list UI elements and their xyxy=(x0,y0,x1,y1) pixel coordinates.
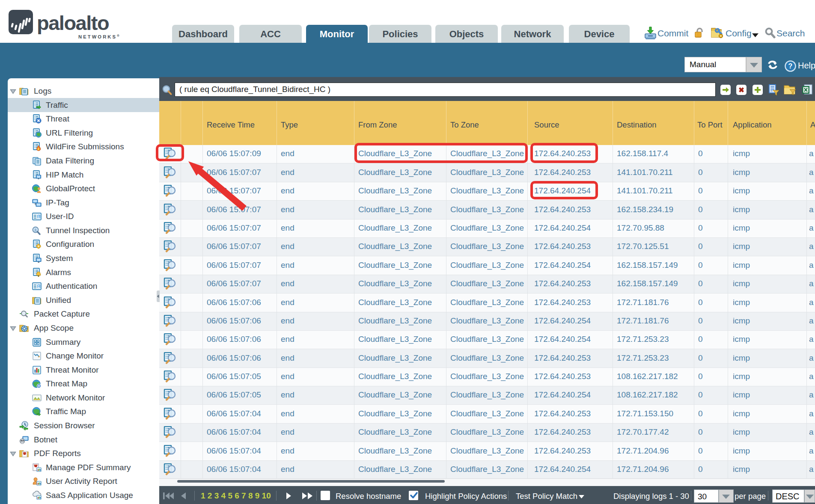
svg-text:NETWORKS®: NETWORKS® xyxy=(78,34,121,39)
svg-text:paloalto: paloalto xyxy=(37,12,109,34)
svg-text:?: ? xyxy=(788,62,793,70)
